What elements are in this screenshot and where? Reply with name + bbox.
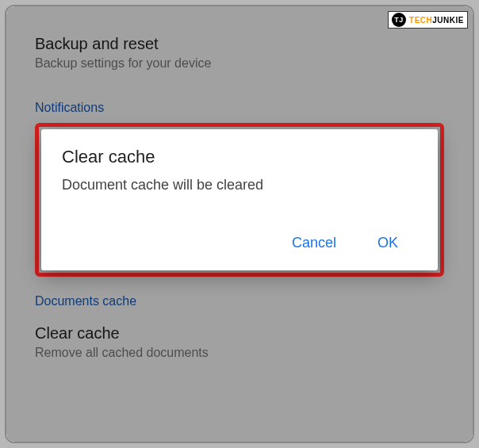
watermark-text: TECHJUNKIE [409, 16, 464, 25]
watermark-badge: TECHJUNKIE [388, 11, 468, 29]
screenshot-frame: TECHJUNKIE Backup and reset Backup setti… [5, 5, 474, 443]
clear-cache-dialog: Clear cache Document cache will be clear… [41, 129, 438, 270]
dialog-highlight-frame: Clear cache Document cache will be clear… [35, 123, 444, 277]
dialog-message: Document cache will be cleared [62, 177, 417, 193]
ok-button[interactable]: OK [373, 232, 403, 255]
dialog-actions: Cancel OK [62, 232, 417, 259]
cancel-button[interactable]: Cancel [287, 232, 341, 255]
dialog-title: Clear cache [62, 147, 417, 167]
techjunkie-logo-icon [392, 13, 406, 27]
